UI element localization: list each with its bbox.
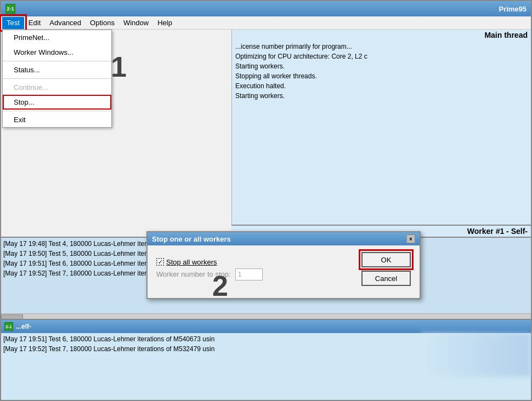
main-thread-panel: Main thread ...icense number primarily f… — [231, 30, 531, 227]
bottom-title-bar: 2-1 ...elf- — [1, 320, 531, 333]
menu-item-continue: Continue... — [3, 80, 111, 95]
ok-button[interactable]: OK — [361, 252, 411, 267]
menu-item-stop[interactable]: Stop... — [3, 95, 111, 110]
dialog-close-button[interactable]: × — [406, 234, 415, 243]
menu-options[interactable]: Options — [86, 17, 119, 29]
worker-number-label: Worker number to stop: — [156, 270, 231, 278]
main-window: 2-1 Prime95 Test Edit Advanced Options W… — [0, 0, 532, 401]
bottom-icon: 2-1 — [4, 322, 13, 331]
blurred-region — [421, 333, 531, 377]
worker-number-row: Worker number to stop: — [156, 268, 350, 280]
log-line-4: Execution halted. — [235, 81, 528, 91]
cancel-button[interactable]: Cancel — [361, 271, 411, 286]
worker-number-input[interactable] — [235, 268, 263, 280]
bottom-window: 2-1 ...elf- [May 17 19:51] Test 6, 18000… — [1, 319, 531, 400]
dialog-content: ✓ Stop all workers Worker number to stop… — [148, 245, 420, 298]
main-thread-header: Main thread — [232, 30, 531, 41]
app-icon: 2-1 — [5, 4, 15, 14]
dialog-buttons: OK Cancel — [361, 252, 411, 286]
stop-all-checkbox[interactable]: ✓ — [156, 258, 164, 266]
menu-test[interactable]: Test — [2, 17, 24, 29]
log-line-5: Starting workers. — [235, 91, 528, 101]
stop-workers-dialog: Stop one or all workers × ✓ Stop all wor… — [146, 231, 421, 299]
log-line-1: Optimizing for CPU architecture: Core 2,… — [235, 51, 528, 61]
menu-window[interactable]: Window — [119, 17, 153, 29]
dropdown-separator-3 — [3, 111, 111, 111]
menu-item-primenet[interactable]: PrimeNet... — [3, 30, 111, 45]
stop-all-label: Stop all workers — [166, 258, 217, 266]
dropdown-separator-2 — [3, 78, 111, 79]
menu-item-exit[interactable]: Exit — [3, 112, 111, 127]
title-bar: 2-1 Prime95 — [1, 1, 531, 16]
test-dropdown-menu: PrimeNet... Worker Windows... Status... … — [2, 30, 112, 128]
menu-edit[interactable]: Edit — [24, 17, 45, 29]
step-1-badge: 1 — [111, 50, 127, 83]
menu-help[interactable]: Help — [153, 17, 177, 29]
main-thread-content: ...icense number primarily for program..… — [232, 41, 531, 102]
menu-item-status[interactable]: Status... — [3, 62, 111, 77]
dialog-left: ✓ Stop all workers Worker number to stop… — [156, 258, 350, 280]
log-line-3: Stopping all worker threads. — [235, 71, 528, 81]
menu-bar: Test Edit Advanced Options Window Help — [1, 16, 531, 30]
stop-all-checkbox-group: ✓ Stop all workers — [156, 258, 350, 266]
dialog-title-text: Stop one or all workers — [152, 235, 231, 243]
window-title: Prime95 — [19, 5, 527, 13]
dialog-main-row: ✓ Stop all workers Worker number to stop… — [156, 252, 411, 286]
menu-item-worker-windows[interactable]: Worker Windows... — [3, 45, 111, 60]
log-line-0: ...icense number primarily for program..… — [235, 42, 528, 51]
log-line-2: Starting workers. — [235, 61, 528, 71]
dropdown-separator-1 — [3, 61, 111, 61]
menu-advanced[interactable]: Advanced — [45, 17, 86, 29]
dialog-title-bar: Stop one or all workers × — [148, 232, 420, 245]
